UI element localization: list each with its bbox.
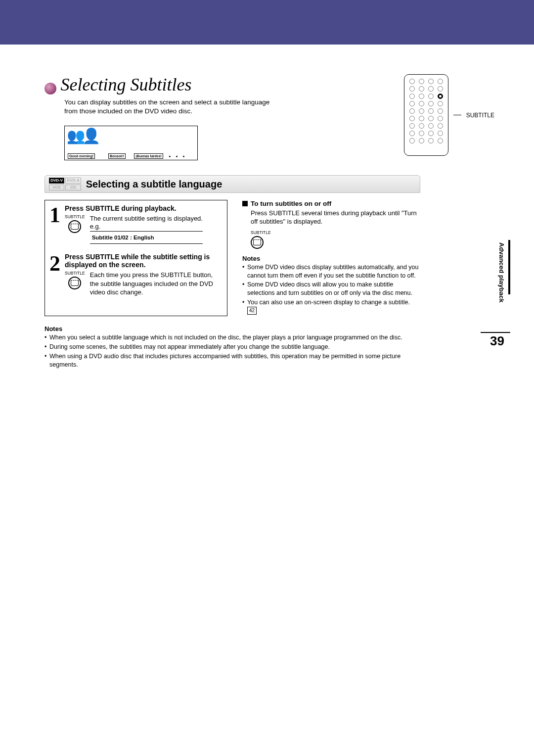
- side-tab-bar: [508, 240, 510, 294]
- notes-heading: Notes: [44, 325, 420, 332]
- side-tab-label: Advanced playback: [498, 242, 505, 302]
- remote-diagram: SUBTITLE: [404, 74, 494, 156]
- illustration-people: 👥👤: [67, 127, 97, 144]
- speech-bubble-2: Bonsoir!: [108, 153, 126, 159]
- notes-heading: Notes: [242, 255, 420, 262]
- step-2-title: Press SUBTITLE while the subtitle settin…: [65, 253, 221, 269]
- illustration-dots: ● ● ●: [169, 154, 187, 158]
- remote-callout-label: SUBTITLE: [466, 112, 494, 119]
- subtitle-button-icon: SUBTITLE: [65, 271, 85, 289]
- subtitle-button-on-remote: [438, 94, 443, 99]
- badge-dvd-v: DVD-V: [49, 178, 64, 184]
- note-item: You can also use an on-screen display to…: [242, 298, 420, 315]
- badge-vcd: VCD: [49, 185, 64, 190]
- page-title: Selecting Subtitles: [60, 75, 191, 94]
- page-ref: 42: [247, 307, 257, 315]
- intro-text: You can display subtitles on the screen …: [64, 98, 272, 116]
- illustration: 👥👤 Good evening! Bonsoir! ¡Buenas tardes…: [64, 126, 198, 160]
- badge-cd: CD: [65, 185, 81, 190]
- step-2-desc: Each time you press the SUBTITLE button,…: [90, 271, 221, 297]
- osd-example: Subtitle 01/02 : English: [90, 231, 203, 244]
- note-item: When using a DVD audio disc that include…: [44, 352, 420, 369]
- step-number-2: 2: [49, 255, 61, 297]
- example-label: e.g.: [90, 223, 203, 230]
- steps-panel: 1 Press SUBTITLE during playback. SUBTIT…: [44, 200, 227, 316]
- right-column: To turn subtitles on or off Press SUBTIT…: [242, 200, 420, 316]
- note-item: Some DVD video discs display subtitles a…: [242, 263, 420, 280]
- note-item: Some DVD video discs will allow you to m…: [242, 281, 420, 297]
- note-item: When you select a subtitle language whic…: [44, 333, 420, 342]
- bottom-notes: Notes When you select a subtitle languag…: [44, 325, 420, 369]
- title-ornament: [44, 83, 56, 94]
- speech-bubble-1: Good evening!: [68, 153, 95, 159]
- subtitle-button-icon: SUBTITLE: [65, 214, 85, 233]
- page-number-rule: [481, 332, 510, 333]
- section-title: Selecting a subtitle language: [86, 179, 222, 190]
- toggle-heading: To turn subtitles on or off: [251, 200, 331, 207]
- step-number-1: 1: [49, 206, 61, 244]
- badge-dvd-a: DVD-A: [65, 178, 81, 184]
- speech-bubble-3: ¡Buenas tardes!: [134, 153, 163, 159]
- top-bar: [0, 0, 534, 45]
- note-item: During some scenes, the subtitles may no…: [44, 343, 420, 351]
- step-1-title: Press SUBTITLE during playback.: [65, 204, 221, 212]
- section-heading: DVD-V DVD-A VCD CD Selecting a subtitle …: [44, 175, 420, 192]
- page-number: 39: [490, 333, 504, 349]
- toggle-desc: Press SUBTITLE several times during play…: [251, 209, 420, 226]
- step-1-desc: The current subtitle setting is displaye…: [90, 214, 203, 223]
- subtitle-button-icon: SUBTITLE: [251, 230, 420, 249]
